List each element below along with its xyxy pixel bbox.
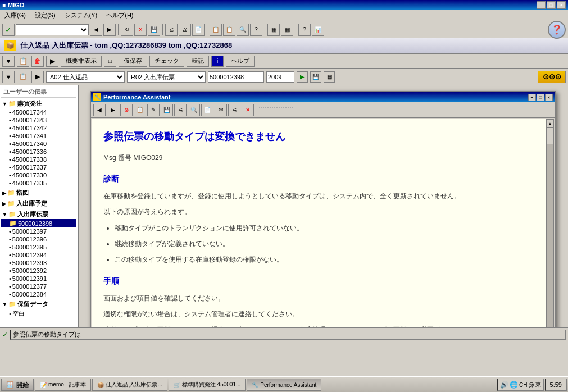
scroll-thumb[interactable] — [547, 127, 553, 144]
sub-toolbar-icon2[interactable]: 📋 — [17, 56, 29, 67]
list-item[interactable]: •4500017335 — [1, 179, 76, 187]
list-item[interactable]: •4500017336 — [1, 148, 76, 156]
menu-system[interactable]: システム(Y) — [62, 10, 100, 21]
list-item[interactable]: •4500017344 — [1, 108, 76, 116]
list-item[interactable]: •5000012393 — [1, 259, 76, 267]
dialog-clip-btn[interactable]: 📋 — [134, 104, 146, 116]
toolbar-extra3[interactable]: ? — [298, 24, 311, 36]
sub-toolbar: ▼ 📋 🗑 ▶ 概要非表示 □ 仮保存 チェック 転記 i ヘルプ — [0, 54, 568, 69]
toolbar-save[interactable]: 💾 — [148, 24, 160, 36]
karihojo-btn[interactable]: 仮保存 — [119, 56, 147, 67]
taskbar-item-purchase[interactable]: 🛒 標準購買発注 450001... — [169, 379, 246, 391]
dialog-save-btn[interactable]: 💾 — [161, 104, 173, 116]
tree-header-purchase[interactable]: ▼ 📁 購買発注 — [1, 99, 76, 108]
check-btn[interactable]: チェック — [149, 56, 184, 67]
year-input[interactable] — [266, 71, 294, 83]
taskbar-item-nyuko[interactable]: 📦 仕入返品 入出庫伝票... — [92, 379, 167, 391]
dialog-print-btn[interactable]: 🖨 — [174, 104, 187, 116]
sub-toolbar-icon1[interactable]: ▼ — [2, 56, 15, 67]
gaiyou-btn[interactable]: 概要非表示 — [61, 56, 102, 67]
close-button[interactable]: × — [557, 1, 566, 9]
check-icon[interactable]: □ — [104, 56, 116, 67]
list-item[interactable]: •5000012394 — [1, 251, 76, 259]
save-small-btn[interactable]: 💾 — [310, 71, 321, 83]
tree-arrow-yotei: ▶ — [2, 201, 6, 207]
list-item[interactable]: •5000012396 — [1, 235, 76, 243]
dialog-maximize-btn[interactable]: □ — [537, 94, 544, 101]
toolbar-paste[interactable]: 📋 — [223, 24, 235, 36]
minimize-button[interactable]: _ — [537, 1, 546, 9]
dialog-mail-btn[interactable]: ✉ — [215, 104, 227, 116]
exec-btn[interactable]: ▶ — [297, 71, 308, 83]
toolbar-combo[interactable] — [16, 24, 89, 35]
dialog-fwd-btn[interactable]: ▶ — [107, 104, 119, 116]
toolbar-extra1[interactable]: ▦ — [267, 24, 280, 36]
right-content: 🔧 Performance Assistant − □ × ◀ ▶ ⊗ 📋 ✎ … — [79, 85, 568, 327]
dialog-close2-btn[interactable]: ✕ — [242, 104, 254, 116]
dialog-doc-btn[interactable]: 📄 — [201, 104, 213, 116]
menu-settings[interactable]: 設定(S) — [33, 10, 58, 21]
list-item[interactable]: •4500017343 — [1, 116, 76, 124]
toolbar-checkmark[interactable]: ✓ — [2, 24, 15, 36]
help-small-btn[interactable]: i — [211, 56, 224, 67]
combo-r02[interactable]: R02 入出庫伝票 — [127, 71, 206, 83]
dialog-minimize-btn[interactable]: − — [528, 94, 536, 101]
toolbar-extra4[interactable]: 📊 — [312, 24, 324, 36]
list-item[interactable]: •5000012395 — [1, 243, 76, 251]
toolbar-pages[interactable]: 📄 — [192, 24, 205, 36]
help-btn[interactable]: ヘルプ — [226, 56, 255, 67]
list-item[interactable]: •5000012384 — [1, 290, 76, 298]
list-item[interactable]: •5000012392 — [1, 267, 76, 275]
list-item[interactable]: •4500017330 — [1, 171, 76, 179]
sub-toolbar-icon3[interactable]: 🗑 — [31, 56, 44, 67]
dialog-edit-btn[interactable]: ✎ — [147, 104, 160, 116]
tree-header-shizu[interactable]: ▶ 📁 指図 — [1, 188, 76, 198]
toolbar-stop[interactable]: ✕ — [134, 24, 147, 36]
toolbar-refresh[interactable]: ↻ — [121, 24, 133, 36]
tenki-btn[interactable]: 転記 — [187, 56, 209, 67]
list-item[interactable]: 📁 5000012398 — [1, 219, 76, 227]
list-item[interactable]: •5000012397 — [1, 227, 76, 235]
dialog-title-bar: 🔧 Performance Assistant − □ × — [91, 92, 555, 102]
ooo-btn[interactable]: ⊙⊙⊙ — [538, 71, 566, 83]
start-button[interactable]: 🪟 開始 — [1, 379, 34, 391]
doc-icon: • — [9, 283, 11, 290]
list-item[interactable]: •5000012377 — [1, 282, 76, 290]
tree-header-horyuu[interactable]: ▼ 📁 保留データ — [1, 299, 76, 309]
dialog-scrollbar[interactable]: ▲ ▼ — [546, 119, 554, 327]
taskbar-clock: 5:59 — [545, 379, 567, 391]
list-item[interactable]: •空白 — [1, 309, 76, 318]
list-item[interactable]: •4500017337 — [1, 163, 76, 171]
scroll-up-btn[interactable]: ▲ — [546, 120, 554, 127]
dialog-search-btn[interactable]: 🔍 — [188, 104, 200, 116]
grid-btn[interactable]: ▦ — [324, 71, 335, 83]
list-item[interactable]: •4500017340 — [1, 140, 76, 148]
list-item[interactable]: •4500017341 — [1, 132, 76, 140]
dialog-back-btn[interactable]: ◀ — [93, 104, 106, 116]
list-item[interactable]: •5000012391 — [1, 275, 76, 282]
list-item[interactable]: •4500017342 — [1, 124, 76, 132]
menu-nyuko[interactable]: 入庫(G) — [2, 10, 28, 21]
tree-header-yotei[interactable]: ▶ 📁 入出庫予定 — [1, 199, 76, 208]
toolbar-nav-fwd[interactable]: ▶ — [103, 24, 116, 36]
taskbar-item-memo[interactable]: 📝 memo - 記事本 — [35, 379, 91, 391]
dialog-stop-btn[interactable]: ⊗ — [120, 104, 133, 116]
tree-header-denpo[interactable]: ▼ 📁 入出庫伝票 — [1, 209, 76, 219]
help-circle-btn[interactable]: ❓ — [548, 21, 566, 39]
taskbar-item-performance[interactable]: 🔧 Performance Assistant — [247, 379, 321, 391]
combo-a02[interactable]: A02 仕入返品 — [46, 71, 125, 83]
menu-help[interactable]: ヘルプ(H) — [104, 10, 135, 21]
maximize-button[interactable]: □ — [547, 1, 556, 9]
doc-number-input[interactable] — [208, 71, 264, 83]
dialog-print2-btn[interactable]: 🖨 — [228, 104, 240, 116]
toolbar-help2[interactable]: ? — [250, 24, 262, 36]
toolbar-extra2[interactable]: ▦ — [281, 24, 293, 36]
toolbar-print[interactable]: 🖨 — [165, 24, 178, 36]
sub-toolbar-icon4[interactable]: ▶ — [46, 56, 58, 67]
toolbar-find[interactable]: 🔍 — [237, 24, 249, 36]
list-item[interactable]: •4500017338 — [1, 156, 76, 163]
toolbar-nav-back[interactable]: ◀ — [90, 24, 102, 36]
dialog-close-btn[interactable]: × — [545, 94, 553, 101]
toolbar-copy[interactable]: 📋 — [210, 24, 222, 36]
toolbar-print2[interactable]: 🖨 — [179, 24, 191, 36]
